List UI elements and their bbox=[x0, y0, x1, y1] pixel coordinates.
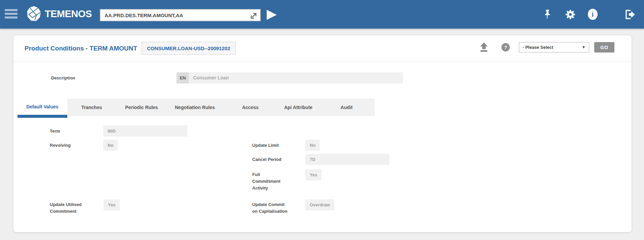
action-select[interactable]: - Please Select ▼ bbox=[519, 42, 589, 53]
sign-out-icon[interactable] bbox=[624, 9, 635, 20]
term-field: 90D bbox=[103, 126, 187, 137]
divider bbox=[13, 62, 632, 62]
tab-negotiation-rules[interactable]: Negotiation Rules bbox=[167, 99, 223, 116]
language-badge: EN bbox=[177, 72, 189, 83]
go-button[interactable]: GO bbox=[594, 42, 614, 53]
app-header: TEMENOS i bbox=[0, 0, 644, 29]
gear-icon[interactable] bbox=[565, 9, 576, 20]
upload-icon[interactable] bbox=[479, 42, 489, 52]
update-utilised-commitment-field: Yes bbox=[104, 199, 120, 210]
update-limit-field: No bbox=[305, 140, 320, 151]
info-icon[interactable]: i bbox=[588, 9, 598, 20]
full-committment-activity-field: Yes bbox=[305, 169, 321, 180]
temenos-logo-icon bbox=[26, 6, 42, 22]
page-title: Product Conditions - TERM AMOUNT bbox=[25, 42, 137, 55]
tab-audit[interactable]: Audit bbox=[318, 99, 375, 116]
expand-icon[interactable] bbox=[250, 11, 258, 20]
update-commit-on-capitalisation-label: Update Commit on Capitalisation bbox=[252, 199, 290, 215]
cancel-period-field: 7D bbox=[305, 154, 389, 165]
revolving-field: No bbox=[103, 140, 118, 151]
help-icon[interactable]: ? bbox=[501, 43, 510, 52]
product-conditions-card: Product Conditions - TERM AMOUNT CONSUME… bbox=[13, 35, 632, 232]
tab-bar: Default Values Tranches Periodic Rules N… bbox=[17, 99, 375, 118]
cancel-period-label: Cancel Period bbox=[252, 154, 281, 165]
record-reference-badge: CONSUMER.LOAN-USD--20091202 bbox=[142, 42, 236, 55]
tab-default-values[interactable]: Default Values bbox=[17, 99, 67, 118]
update-utilised-commitment-label: Update Utilised Commitment bbox=[50, 199, 90, 215]
update-commit-on-capitalisation-field: Overdraw bbox=[305, 199, 334, 210]
tab-access[interactable]: Access bbox=[223, 99, 278, 116]
caret-down-icon: ▼ bbox=[582, 42, 585, 52]
hamburger-menu-icon[interactable] bbox=[5, 9, 17, 19]
command-input[interactable] bbox=[100, 9, 261, 21]
logo-text: TEMENOS bbox=[45, 8, 92, 20]
tab-periodic-rules[interactable]: Periodic Rules bbox=[116, 99, 167, 116]
update-limit-label: Update Limit bbox=[252, 140, 279, 151]
play-icon[interactable] bbox=[265, 9, 277, 20]
description-label: Description bbox=[51, 72, 75, 83]
revolving-label: Revolving bbox=[50, 140, 71, 151]
action-select-value: - Please Select bbox=[523, 45, 553, 50]
term-label: Term bbox=[50, 126, 60, 137]
temenos-logo: TEMENOS bbox=[26, 6, 92, 22]
tab-tranches[interactable]: Tranches bbox=[67, 99, 116, 116]
pin-icon[interactable] bbox=[543, 9, 552, 20]
full-committment-activity-label: Full Committment Activity bbox=[252, 169, 285, 192]
description-field: Consumer Loan bbox=[189, 72, 403, 83]
tab-api-attribute[interactable]: Api Attribute bbox=[278, 99, 318, 116]
